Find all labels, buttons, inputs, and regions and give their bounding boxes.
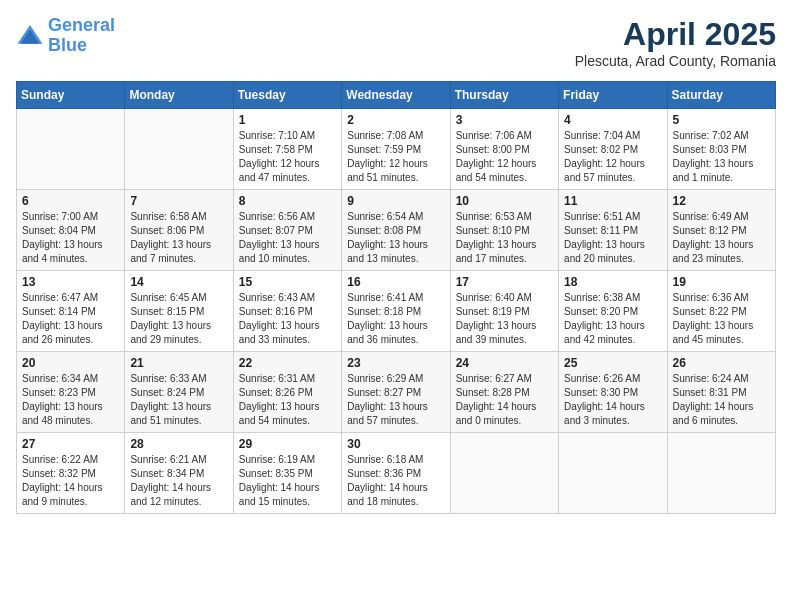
day-info: Sunrise: 6:27 AM Sunset: 8:28 PM Dayligh… <box>456 372 553 428</box>
weekday-header: Friday <box>559 82 667 109</box>
calendar-day-cell: 7Sunrise: 6:58 AM Sunset: 8:06 PM Daylig… <box>125 190 233 271</box>
title-block: April 2025 Plescuta, Arad County, Romani… <box>575 16 776 69</box>
day-info: Sunrise: 6:36 AM Sunset: 8:22 PM Dayligh… <box>673 291 770 347</box>
day-number: 22 <box>239 356 336 370</box>
calendar-week-row: 20Sunrise: 6:34 AM Sunset: 8:23 PM Dayli… <box>17 352 776 433</box>
day-info: Sunrise: 6:29 AM Sunset: 8:27 PM Dayligh… <box>347 372 444 428</box>
weekday-row: SundayMondayTuesdayWednesdayThursdayFrid… <box>17 82 776 109</box>
calendar-day-cell <box>125 109 233 190</box>
day-number: 26 <box>673 356 770 370</box>
calendar-body: 1Sunrise: 7:10 AM Sunset: 7:58 PM Daylig… <box>17 109 776 514</box>
page-header: General Blue April 2025 Plescuta, Arad C… <box>16 16 776 69</box>
day-number: 10 <box>456 194 553 208</box>
calendar-day-cell: 6Sunrise: 7:00 AM Sunset: 8:04 PM Daylig… <box>17 190 125 271</box>
calendar-day-cell: 21Sunrise: 6:33 AM Sunset: 8:24 PM Dayli… <box>125 352 233 433</box>
day-number: 9 <box>347 194 444 208</box>
day-info: Sunrise: 6:33 AM Sunset: 8:24 PM Dayligh… <box>130 372 227 428</box>
day-info: Sunrise: 6:41 AM Sunset: 8:18 PM Dayligh… <box>347 291 444 347</box>
day-info: Sunrise: 7:06 AM Sunset: 8:00 PM Dayligh… <box>456 129 553 185</box>
calendar-day-cell: 28Sunrise: 6:21 AM Sunset: 8:34 PM Dayli… <box>125 433 233 514</box>
day-info: Sunrise: 6:56 AM Sunset: 8:07 PM Dayligh… <box>239 210 336 266</box>
day-number: 8 <box>239 194 336 208</box>
day-info: Sunrise: 6:45 AM Sunset: 8:15 PM Dayligh… <box>130 291 227 347</box>
calendar-day-cell: 15Sunrise: 6:43 AM Sunset: 8:16 PM Dayli… <box>233 271 341 352</box>
day-number: 1 <box>239 113 336 127</box>
month-title: April 2025 <box>575 16 776 53</box>
day-number: 19 <box>673 275 770 289</box>
day-number: 23 <box>347 356 444 370</box>
day-number: 20 <box>22 356 119 370</box>
day-info: Sunrise: 7:00 AM Sunset: 8:04 PM Dayligh… <box>22 210 119 266</box>
calendar-day-cell: 23Sunrise: 6:29 AM Sunset: 8:27 PM Dayli… <box>342 352 450 433</box>
day-number: 7 <box>130 194 227 208</box>
calendar-day-cell: 5Sunrise: 7:02 AM Sunset: 8:03 PM Daylig… <box>667 109 775 190</box>
day-number: 30 <box>347 437 444 451</box>
logo: General Blue <box>16 16 115 56</box>
day-number: 2 <box>347 113 444 127</box>
day-number: 6 <box>22 194 119 208</box>
logo-text: General Blue <box>48 16 115 56</box>
day-number: 11 <box>564 194 661 208</box>
calendar-day-cell: 9Sunrise: 6:54 AM Sunset: 8:08 PM Daylig… <box>342 190 450 271</box>
day-info: Sunrise: 6:34 AM Sunset: 8:23 PM Dayligh… <box>22 372 119 428</box>
calendar-day-cell: 1Sunrise: 7:10 AM Sunset: 7:58 PM Daylig… <box>233 109 341 190</box>
day-info: Sunrise: 7:08 AM Sunset: 7:59 PM Dayligh… <box>347 129 444 185</box>
day-info: Sunrise: 6:58 AM Sunset: 8:06 PM Dayligh… <box>130 210 227 266</box>
logo-icon <box>16 22 44 50</box>
calendar-day-cell: 2Sunrise: 7:08 AM Sunset: 7:59 PM Daylig… <box>342 109 450 190</box>
calendar-week-row: 27Sunrise: 6:22 AM Sunset: 8:32 PM Dayli… <box>17 433 776 514</box>
day-info: Sunrise: 6:38 AM Sunset: 8:20 PM Dayligh… <box>564 291 661 347</box>
day-number: 28 <box>130 437 227 451</box>
day-number: 17 <box>456 275 553 289</box>
calendar-day-cell: 27Sunrise: 6:22 AM Sunset: 8:32 PM Dayli… <box>17 433 125 514</box>
day-info: Sunrise: 6:31 AM Sunset: 8:26 PM Dayligh… <box>239 372 336 428</box>
calendar-day-cell: 22Sunrise: 6:31 AM Sunset: 8:26 PM Dayli… <box>233 352 341 433</box>
day-info: Sunrise: 6:21 AM Sunset: 8:34 PM Dayligh… <box>130 453 227 509</box>
day-info: Sunrise: 7:04 AM Sunset: 8:02 PM Dayligh… <box>564 129 661 185</box>
location-subtitle: Plescuta, Arad County, Romania <box>575 53 776 69</box>
day-number: 18 <box>564 275 661 289</box>
day-number: 4 <box>564 113 661 127</box>
day-number: 27 <box>22 437 119 451</box>
day-number: 5 <box>673 113 770 127</box>
day-number: 16 <box>347 275 444 289</box>
calendar-table: SundayMondayTuesdayWednesdayThursdayFrid… <box>16 81 776 514</box>
day-info: Sunrise: 6:22 AM Sunset: 8:32 PM Dayligh… <box>22 453 119 509</box>
day-number: 21 <box>130 356 227 370</box>
day-info: Sunrise: 7:10 AM Sunset: 7:58 PM Dayligh… <box>239 129 336 185</box>
calendar-week-row: 1Sunrise: 7:10 AM Sunset: 7:58 PM Daylig… <box>17 109 776 190</box>
day-info: Sunrise: 6:43 AM Sunset: 8:16 PM Dayligh… <box>239 291 336 347</box>
day-info: Sunrise: 6:53 AM Sunset: 8:10 PM Dayligh… <box>456 210 553 266</box>
day-number: 24 <box>456 356 553 370</box>
day-info: Sunrise: 6:54 AM Sunset: 8:08 PM Dayligh… <box>347 210 444 266</box>
calendar-day-cell: 14Sunrise: 6:45 AM Sunset: 8:15 PM Dayli… <box>125 271 233 352</box>
weekday-header: Monday <box>125 82 233 109</box>
day-info: Sunrise: 6:51 AM Sunset: 8:11 PM Dayligh… <box>564 210 661 266</box>
calendar-week-row: 6Sunrise: 7:00 AM Sunset: 8:04 PM Daylig… <box>17 190 776 271</box>
calendar-day-cell: 11Sunrise: 6:51 AM Sunset: 8:11 PM Dayli… <box>559 190 667 271</box>
day-info: Sunrise: 6:26 AM Sunset: 8:30 PM Dayligh… <box>564 372 661 428</box>
day-number: 15 <box>239 275 336 289</box>
weekday-header: Saturday <box>667 82 775 109</box>
calendar-day-cell <box>17 109 125 190</box>
calendar-day-cell <box>559 433 667 514</box>
day-number: 29 <box>239 437 336 451</box>
day-number: 14 <box>130 275 227 289</box>
calendar-day-cell: 25Sunrise: 6:26 AM Sunset: 8:30 PM Dayli… <box>559 352 667 433</box>
calendar-day-cell <box>450 433 558 514</box>
weekday-header: Tuesday <box>233 82 341 109</box>
day-number: 3 <box>456 113 553 127</box>
calendar-day-cell: 16Sunrise: 6:41 AM Sunset: 8:18 PM Dayli… <box>342 271 450 352</box>
calendar-day-cell: 29Sunrise: 6:19 AM Sunset: 8:35 PM Dayli… <box>233 433 341 514</box>
calendar-day-cell <box>667 433 775 514</box>
calendar-day-cell: 26Sunrise: 6:24 AM Sunset: 8:31 PM Dayli… <box>667 352 775 433</box>
calendar-day-cell: 17Sunrise: 6:40 AM Sunset: 8:19 PM Dayli… <box>450 271 558 352</box>
calendar-week-row: 13Sunrise: 6:47 AM Sunset: 8:14 PM Dayli… <box>17 271 776 352</box>
calendar-day-cell: 18Sunrise: 6:38 AM Sunset: 8:20 PM Dayli… <box>559 271 667 352</box>
day-info: Sunrise: 7:02 AM Sunset: 8:03 PM Dayligh… <box>673 129 770 185</box>
day-info: Sunrise: 6:49 AM Sunset: 8:12 PM Dayligh… <box>673 210 770 266</box>
weekday-header: Sunday <box>17 82 125 109</box>
calendar-day-cell: 10Sunrise: 6:53 AM Sunset: 8:10 PM Dayli… <box>450 190 558 271</box>
calendar-day-cell: 24Sunrise: 6:27 AM Sunset: 8:28 PM Dayli… <box>450 352 558 433</box>
day-info: Sunrise: 6:18 AM Sunset: 8:36 PM Dayligh… <box>347 453 444 509</box>
